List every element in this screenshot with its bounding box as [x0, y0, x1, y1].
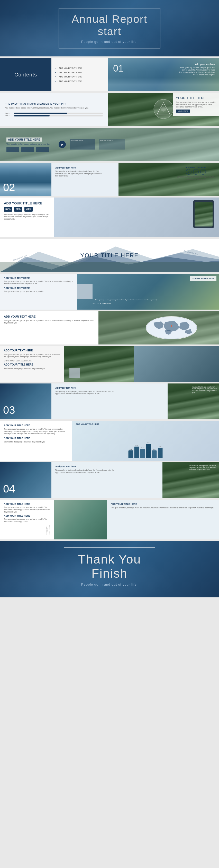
- slide-04: 04 Add your text here Time goes by so fa…: [0, 462, 219, 498]
- figure-label-3: 3.1: [141, 447, 143, 448]
- slide-04-left: 04: [0, 462, 51, 498]
- body-2: You must tell these people how much they…: [4, 367, 60, 370]
- figure-5: 3.1: [152, 448, 157, 458]
- bar-label-1: Item 1: [5, 112, 13, 114]
- add-body-overlay: Time goes by so fast, people go in and o…: [95, 299, 158, 301]
- triangle-area: [153, 99, 174, 120]
- add-text-body: Time goes by so fast, people go in and o…: [4, 353, 60, 358]
- your-title-body: Time goes by so fast, people go in and o…: [176, 101, 216, 108]
- add-text-heading: ADD YOUR TEXT HERE: [4, 315, 94, 318]
- thank-you-subtitle: People go in and out of your life.: [78, 583, 141, 586]
- slide-stats: ADD YOUR TITLE HERE 67% 30% 70% You must…: [0, 197, 219, 237]
- slide-mountains: YOUR TITLE HERE Add your text here Add y…: [0, 239, 219, 272]
- slide-two-titles: ADD YOUR TITLE HERE Time goes by so fast…: [0, 421, 219, 461]
- slide-01-panel: 01 Add your text here Time goes by so fa…: [108, 58, 219, 91]
- add-title-overlay: ADD YOUR TITLE HERE: [190, 276, 216, 281]
- slide-two-panels: ADD YOUR TEXT HERE Time goes by so fast,…: [0, 274, 219, 310]
- add-text-body: Time goes by so fast, people go in and o…: [4, 319, 94, 324]
- slide-02-number: 02: [3, 182, 15, 193]
- stat-row: 67% 30% 70%: [4, 207, 50, 212]
- title-block-1: ADD YOUR TITLE HERE Time goes by so fast…: [4, 503, 50, 513]
- thank-you-box: Thank You Finish People go in and out of…: [64, 547, 156, 591]
- add-your-title: ADD YOUR TITLE HERE: [6, 137, 42, 142]
- title-block-2: ADD YOUR TITLE HERE Time goes by so fast…: [4, 515, 50, 523]
- add-title-box2: ADD YOUR TITLE: [99, 139, 125, 150]
- figure-label-4: 4.5: [147, 442, 149, 443]
- world-map-svg: [146, 316, 197, 339]
- stats-right: [54, 197, 219, 237]
- play-button[interactable]: [59, 141, 66, 148]
- slide-forest-full: ADD YOUR TITLE HERE Time goes by so fast…: [0, 128, 219, 161]
- world-map-text: ADD YOUR TEXT HERE Time goes by so fast,…: [0, 311, 99, 344]
- add-title-text2: ADD YOUR TITLE: [99, 139, 125, 142]
- slide4-boxes: [6, 147, 50, 152]
- figure-bar-4: [146, 444, 151, 458]
- text-heading-1: ADD YOUR TEXT HERE: [4, 277, 73, 279]
- heart-icon[interactable]: ♡: [200, 169, 206, 175]
- slide-thank-you: Thank You Finish People go in and out of…: [0, 541, 219, 597]
- right-body: Time goes by so fast, people go in and o…: [111, 506, 215, 509]
- learn-more-button[interactable]: LEARN MORE: [176, 110, 190, 113]
- col-body-1: Time goes by so fast, people go in and o…: [4, 506, 50, 513]
- text-block-1: ADD YOUR TEXT HERE Time goes by so fast,…: [4, 277, 73, 285]
- figure-1: 3.1: [129, 448, 133, 458]
- svg-rect-7: [0, 262, 219, 272]
- slide-02: 02 Add your text here Time goes by so fa…: [0, 163, 219, 196]
- add-your-title-label: ADD YOUR TITLE HERE: [186, 166, 206, 168]
- slide-contents: Contents • ADD YOUR TEXT HERE • ADD YOUR…: [0, 58, 219, 91]
- bar-fill-1: [14, 113, 67, 114]
- stats-left: ADD YOUR TITLE HERE 67% 30% 70% You must…: [0, 197, 54, 237]
- side-image: You must tell these people how much they…: [168, 383, 219, 420]
- slide-03-number: 03: [3, 404, 15, 416]
- slide-02-right: Add your text here Time goes by so fast,…: [51, 163, 219, 196]
- slide-content-title: THE ONLY THING THAT'S CHANGED IS YOUR PP…: [0, 93, 219, 126]
- figure-6: 3.5: [158, 446, 163, 458]
- your-title-here: YOUR TITLE HERE: [176, 96, 216, 100]
- world-map: [146, 316, 197, 339]
- vertical-label: BRING YOUR OWN ADVENTURE: [4, 524, 50, 536]
- body-2: You must tell these people how much they…: [4, 441, 68, 443]
- figure-4: 4.5: [146, 442, 151, 458]
- figure-3: 3.1: [140, 447, 145, 458]
- svg-point-2: [161, 106, 166, 112]
- box-3: [36, 147, 49, 152]
- add-text-label: Add your text here: [55, 166, 102, 169]
- description: Time goes by so fast, people go in and o…: [55, 170, 102, 177]
- content-left: THE ONLY THING THAT'S CHANGED IS YOUR PP…: [0, 93, 108, 126]
- img-right-bg: [134, 346, 219, 382]
- bar-track-1: [14, 113, 103, 114]
- add-title-2: ADD YOUR TITLE HERE: [4, 363, 60, 366]
- side-text: You must tell these people how much they…: [192, 386, 218, 393]
- text-images-left: ADD YOUR TEXT HERE Time goes by so fast,…: [0, 346, 64, 382]
- description: Time goes by so fast, people go in and o…: [179, 66, 215, 76]
- slide-01-text: Add your text here Time goes by so fast,…: [179, 63, 215, 76]
- stat-3: 70%: [24, 207, 33, 212]
- img-right: [134, 346, 219, 382]
- side-title: You must tell these people how much they…: [189, 465, 217, 470]
- triangle-icon: [153, 99, 174, 119]
- col-title-1: ADD YOUR TITLE HERE: [4, 503, 50, 505]
- text-heading-2: ADD YOUR TEXT HERE: [4, 287, 73, 289]
- search-icon[interactable]: ⌕: [193, 169, 199, 175]
- slide-03-desc: Time goes by so fast, people go in and o…: [55, 390, 119, 395]
- figure-bar-5: [152, 451, 157, 458]
- col-title-2: ADD YOUR TITLE HERE: [4, 515, 50, 517]
- bar-item-1: Item 1: [5, 112, 103, 114]
- two-panels-right: ADD YOUR TITLE HERE ADD YOUR TEXT HERE T…: [77, 274, 219, 310]
- slide-cover: Annual Report start People go in and out…: [0, 0, 219, 56]
- icon-desc: Time goes by so fast, people go in and o…: [176, 176, 215, 180]
- icon-row: ADD YOUR TITLE HERE ⊙ ⌕ ♡ Time goes by s…: [176, 166, 215, 180]
- right-title: ADD YOUR TITLE HERE: [111, 503, 215, 505]
- figure-2: 4.1: [134, 444, 139, 458]
- figure-bar-1: [129, 451, 133, 458]
- camera-icon[interactable]: ⊙: [186, 169, 191, 175]
- text-images-right: [64, 346, 219, 382]
- col-body-2: Time goes by so fast, people go in and o…: [4, 518, 50, 523]
- only-thing-heading: THE ONLY THING THAT'S CHANGED IS YOUR PP…: [5, 102, 103, 105]
- bar-label-2: Item 2: [5, 115, 13, 117]
- add-text-overlay: ADD YOUR TEXT HERE: [92, 303, 111, 305]
- list-item: • ADD YOUR TEXT HERE: [55, 80, 104, 83]
- right-text-area: ADD YOUR TITLE HERE Time goes by so fast…: [107, 500, 219, 539]
- two-col-right: ADD YOUR TITLE HERE Time goes by so fast…: [54, 500, 219, 539]
- add-your-title-overlay: ADD YOUR TITLE HERE: [76, 423, 99, 425]
